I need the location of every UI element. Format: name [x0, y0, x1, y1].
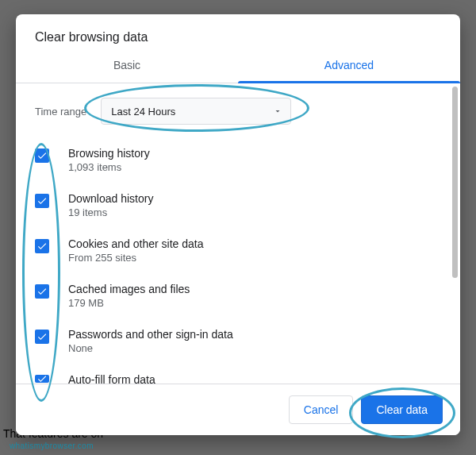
- time-range-label: Time range: [35, 106, 86, 118]
- item-subtitle: 19 items: [68, 206, 153, 218]
- item-title: Auto-fill form data: [68, 373, 155, 384]
- tab-basic[interactable]: Basic: [16, 51, 238, 83]
- item-subtitle: From 255 sites: [68, 252, 203, 264]
- item-subtitle: 179 MB: [68, 297, 190, 309]
- scrollbar[interactable]: [452, 87, 458, 380]
- checkbox-browsing-history[interactable]: [35, 148, 49, 163]
- dialog-footer: Cancel Clear data: [16, 384, 460, 435]
- checkbox-cache[interactable]: [35, 284, 49, 299]
- clear-browsing-data-dialog: Clear browsing data Basic Advanced Time …: [16, 14, 460, 435]
- time-range-value: Last 24 Hours: [111, 106, 175, 118]
- item-subtitle: None: [68, 342, 233, 354]
- item-subtitle: 1,093 items: [68, 161, 150, 173]
- item-title: Cached images and files: [68, 283, 190, 295]
- list-item: Passwords and other sign-in data None: [35, 328, 432, 354]
- item-title: Download history: [68, 192, 153, 205]
- checkbox-download-history[interactable]: [35, 194, 49, 208]
- list-item: Download history 19 items: [35, 192, 432, 218]
- item-title: Cookies and other site data: [68, 237, 203, 250]
- clear-data-button[interactable]: Clear data: [361, 395, 443, 424]
- time-range-select[interactable]: Last 24 Hours: [101, 98, 291, 125]
- item-title: Passwords and other sign-in data: [68, 328, 233, 341]
- item-title: Browsing history: [68, 147, 150, 160]
- checkbox-autofill[interactable]: [35, 375, 49, 383]
- scrollbar-thumb[interactable]: [452, 87, 458, 278]
- list-item: Cookies and other site data From 255 sit…: [35, 237, 432, 264]
- dialog-body: Time range Last 24 Hours Browsing histor…: [16, 83, 460, 384]
- list-item: Auto-fill form data: [35, 373, 432, 384]
- chevron-down-icon: [273, 106, 282, 116]
- watermark: whatismybrowser.com: [10, 442, 94, 450]
- tab-advanced[interactable]: Advanced: [238, 51, 460, 83]
- tab-strip: Basic Advanced: [16, 51, 460, 83]
- checkbox-cookies[interactable]: [35, 239, 49, 253]
- cancel-button[interactable]: Cancel: [289, 395, 354, 424]
- list-item: Cached images and files 179 MB: [35, 283, 432, 309]
- checkbox-passwords[interactable]: [35, 330, 49, 344]
- dialog-title: Clear browsing data: [16, 14, 460, 51]
- time-range-row: Time range Last 24 Hours: [35, 98, 432, 125]
- list-item: Browsing history 1,093 items: [35, 147, 432, 173]
